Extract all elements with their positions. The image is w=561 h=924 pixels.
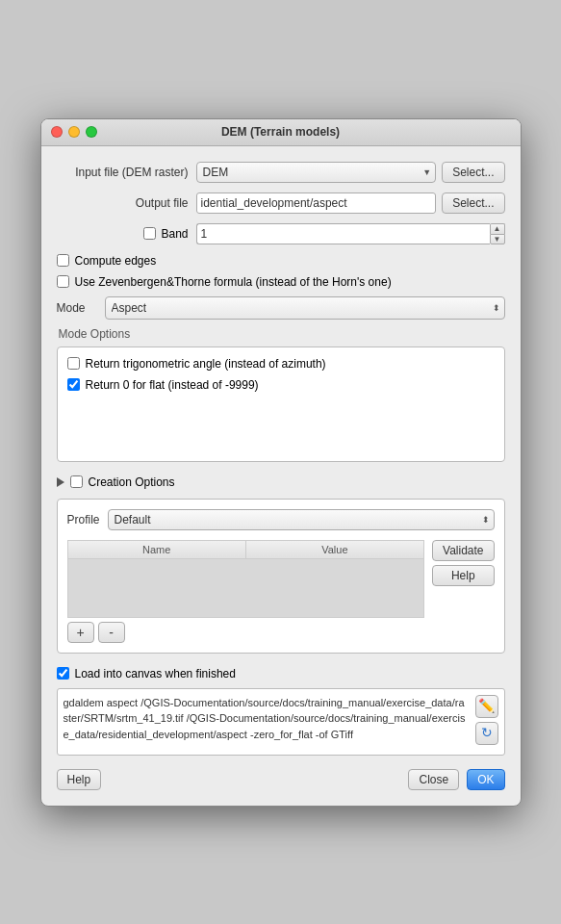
minimize-traffic-light[interactable] — [68, 126, 80, 138]
load-canvas-checkbox[interactable] — [57, 667, 69, 680]
mode-label: Mode — [57, 301, 105, 315]
mode-select[interactable]: Aspect — [105, 296, 505, 320]
load-canvas-label: Load into canvas when finished — [75, 667, 236, 680]
return-zero-checkbox[interactable] — [67, 378, 80, 391]
options-table: Name Value — [67, 540, 425, 618]
validate-button[interactable]: Validate — [432, 540, 494, 561]
zevenbergen-row: Use Zevenbergen&Thorne formula (instead … — [57, 275, 505, 289]
band-input-wrapper: ▲ ▼ — [196, 223, 505, 244]
title-bar: DEM (Terrain models) — [41, 119, 521, 146]
profile-label: Profile — [67, 513, 100, 526]
creation-options-label: Creation Options — [89, 475, 175, 489]
output-file-label: Output file — [57, 196, 196, 210]
creation-options-box: Profile Default ⬍ Name Value — [57, 499, 505, 654]
input-file-select[interactable]: DEM — [196, 162, 437, 183]
form-content: Input file (DEM raster) DEM ▼ Select... … — [41, 146, 521, 806]
validate-help-area: Validate Help — [432, 540, 494, 643]
command-icons: ✏️ ↻ — [475, 695, 498, 745]
band-label: Band — [161, 227, 188, 241]
refresh-command-icon[interactable]: ↻ — [475, 722, 498, 745]
table-col-value: Value — [246, 541, 423, 558]
help-bottom-button[interactable]: Help — [57, 769, 102, 790]
remove-row-button[interactable]: - — [98, 622, 125, 643]
maximize-traffic-light[interactable] — [86, 126, 97, 138]
profile-select[interactable]: Default — [108, 509, 495, 530]
return-trig-checkbox[interactable] — [67, 357, 80, 370]
close-button[interactable]: Close — [408, 769, 459, 790]
command-text: gdaldem aspect /QGIS-Documentation/sourc… — [64, 695, 470, 743]
band-input[interactable] — [196, 223, 490, 244]
mode-select-wrapper: Aspect ⬍ — [105, 296, 505, 320]
band-spinner: ▲ ▼ — [490, 223, 505, 244]
input-file-row: Input file (DEM raster) DEM ▼ Select... — [57, 162, 505, 183]
profile-row: Profile Default ⬍ — [67, 509, 495, 530]
band-checkbox[interactable] — [143, 227, 156, 240]
traffic-lights — [51, 126, 97, 138]
output-file-input[interactable] — [196, 192, 437, 214]
creation-options-checkbox[interactable] — [70, 475, 83, 488]
zevenbergen-checkbox[interactable] — [57, 275, 69, 288]
return-zero-label: Return 0 for flat (instead of -9999) — [86, 378, 259, 392]
table-col-name: Name — [68, 541, 246, 558]
options-box: Return trigonometric angle (instead of a… — [57, 346, 505, 462]
compute-edges-row: Compute edges — [57, 254, 505, 268]
bottom-right-buttons: Close OK — [408, 769, 504, 790]
band-row: Band ▲ ▼ — [57, 223, 505, 244]
compute-edges-checkbox[interactable] — [57, 254, 69, 267]
bottom-buttons: Help Close OK — [57, 769, 505, 790]
load-canvas-row: Load into canvas when finished — [57, 667, 505, 680]
return-zero-row: Return 0 for flat (instead of -9999) — [67, 378, 495, 392]
band-spinner-up[interactable]: ▲ — [490, 223, 505, 234]
main-window: DEM (Terrain models) Input file (DEM ras… — [40, 118, 522, 807]
input-file-label: Input file (DEM raster) — [57, 166, 196, 179]
output-file-select-button[interactable]: Select... — [442, 192, 504, 214]
creation-help-button[interactable]: Help — [432, 565, 494, 586]
profile-select-wrapper: Default ⬍ — [108, 509, 495, 530]
creation-options-header: Creation Options — [57, 475, 505, 489]
mode-row: Mode Aspect ⬍ — [57, 296, 505, 320]
zevenbergen-label: Use Zevenbergen&Thorne formula (instead … — [75, 275, 392, 289]
add-row-button[interactable]: + — [67, 622, 94, 643]
mode-options-label: Mode Options — [59, 327, 505, 341]
window-title: DEM (Terrain models) — [221, 125, 340, 139]
table-header: Name Value — [68, 541, 424, 559]
return-trig-label: Return trigonometric angle (instead of a… — [86, 357, 326, 371]
command-box: gdaldem aspect /QGIS-Documentation/sourc… — [57, 688, 505, 756]
output-file-row: Output file Select... — [57, 192, 505, 214]
compute-edges-label: Compute edges — [75, 254, 157, 268]
input-file-select-button[interactable]: Select... — [442, 162, 504, 183]
edit-command-icon[interactable]: ✏️ — [475, 695, 498, 718]
band-spinner-down[interactable]: ▼ — [490, 234, 505, 244]
table-body — [68, 559, 424, 617]
creation-options-triangle-icon[interactable] — [57, 477, 64, 487]
return-trig-row: Return trigonometric angle (instead of a… — [67, 357, 495, 371]
close-traffic-light[interactable] — [51, 126, 63, 138]
table-area: Name Value + - Validate Help — [67, 540, 495, 643]
ok-button[interactable]: OK — [467, 769, 504, 790]
